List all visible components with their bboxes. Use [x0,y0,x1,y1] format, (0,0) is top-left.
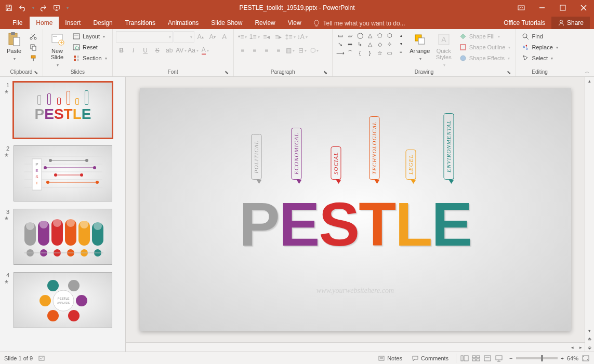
dialog-launcher[interactable]: ⬊ [323,70,328,75]
columns[interactable]: ▥ [285,45,296,56]
numbering-button[interactable]: 1≡ [249,31,260,43]
svg-rect-90 [472,359,476,361]
font-size-select[interactable] [174,31,194,43]
decrease-font[interactable]: A▾ [207,31,218,43]
increase-indent[interactable]: ≡▸ [273,31,284,43]
scroll-down[interactable]: ▾ [585,327,594,335]
tab-slideshow[interactable]: Slide Show [205,17,248,29]
bullets-button[interactable]: •≡ [237,31,248,43]
shape-fill-button[interactable]: Shape Fill [457,31,513,42]
shadow-button[interactable]: ab [164,45,175,56]
close-button[interactable] [573,0,594,16]
thumbnail-4[interactable]: 4★ PESTLEANALYSIS [0,270,125,333]
bold-button[interactable]: B [116,45,127,56]
change-case[interactable]: Aa [188,45,199,56]
increase-font[interactable]: A▴ [195,31,206,43]
tab-file[interactable]: File [7,17,30,29]
zoom-level[interactable]: 64% [567,355,578,361]
tab-design[interactable]: Design [87,17,118,29]
align-text[interactable]: ⊟ [297,45,308,56]
slide-counter[interactable]: Slide 1 of 9 [4,355,33,361]
shapes-gallery[interactable]: ▭▱◯△⬠⬡ ↘⬌↳△◇✧ ⟶⌒{}☆⬭ [336,31,394,57]
fit-to-window[interactable] [582,355,590,362]
next-slide[interactable]: ⬙ [585,343,594,352]
new-slide-button[interactable]: New Slide [46,31,68,68]
undo-dropdown[interactable] [30,2,35,14]
vertical-scrollbar[interactable]: ▴ ▾ ⬘ ⬙ [585,77,594,352]
start-slideshow-button[interactable] [51,2,62,14]
paste-button[interactable]: Paste [3,31,25,61]
thumbnail-2[interactable]: 2★ P ES T [0,143,125,207]
scroll-right[interactable]: ▸ [576,345,585,350]
normal-view[interactable] [459,354,470,363]
reset-button[interactable]: Reset [70,42,109,52]
tab-home[interactable]: Home [30,17,59,29]
spell-check-icon[interactable] [38,355,45,362]
clear-formatting[interactable]: A [219,31,230,43]
thumbnail-3[interactable]: 3★ [0,207,125,270]
reading-view[interactable] [482,354,493,363]
scroll-left[interactable]: ◂ [568,345,576,350]
quick-styles-button[interactable]: A Quick Styles [433,31,455,68]
strike-button[interactable]: S [152,45,163,56]
tell-me-search[interactable]: Tell me what you want to do... [308,18,411,29]
thumbnail-1[interactable]: 1★ PESTLE [0,80,125,143]
char-spacing[interactable]: AV [176,45,187,56]
format-painter-button[interactable] [27,53,39,63]
tab-transitions[interactable]: Transitions [119,17,162,29]
comments-button[interactable]: Comments [410,355,451,362]
font-color[interactable]: A [200,45,211,56]
align-center[interactable]: ≡ [249,45,260,56]
share-button[interactable]: Share [551,17,590,29]
notes-button[interactable]: Notes [376,355,404,362]
font-family-select[interactable] [116,31,173,43]
copy-button[interactable] [27,42,39,52]
dialog-launcher[interactable]: ⬊ [33,70,38,75]
gallery-more[interactable]: ≡ [395,48,407,56]
align-right[interactable]: ≡ [261,45,272,56]
dialog-launcher[interactable]: ⬊ [506,70,511,75]
undo-button[interactable] [17,2,28,14]
justify[interactable]: ≡ [273,45,284,56]
qat-customize[interactable] [64,2,70,14]
decrease-indent[interactable]: ≡◂ [261,31,272,43]
replace-button[interactable]: abReplace [519,42,560,52]
text-direction[interactable]: ↕A [297,31,308,43]
find-button[interactable]: Find [519,31,560,42]
align-left[interactable]: ≡ [237,45,248,56]
ribbon-display-options[interactable] [511,0,532,16]
tab-animations[interactable]: Animations [162,17,205,29]
select-button[interactable]: Select [519,53,560,63]
zoom-out[interactable]: − [509,355,512,361]
collapse-ribbon[interactable]: ︿ [583,68,592,75]
maximize-button[interactable] [552,0,573,16]
cut-button[interactable] [27,31,39,42]
section-button[interactable]: Section [70,53,109,63]
gallery-up[interactable]: ▴ [395,31,407,39]
shape-outline-button[interactable]: Shape Outline [457,42,513,52]
gallery-down[interactable]: ▾ [395,39,407,48]
tab-review[interactable]: Review [248,17,281,29]
smartart[interactable]: ⬡ [309,45,320,56]
office-tutorials[interactable]: Office Tutorials [497,17,551,29]
zoom-slider[interactable] [516,357,558,359]
layout-button[interactable]: Layout [70,31,109,42]
line-spacing[interactable]: ‡≡ [285,31,296,43]
slideshow-view[interactable] [494,354,504,363]
italic-button[interactable]: I [128,45,139,56]
slide[interactable]: PPOLITICALEECONOMICALSSOCIALTTECHNOLOGIC… [140,88,571,331]
tab-insert[interactable]: Insert [59,17,87,29]
arrange-button[interactable]: Arrange [409,31,431,61]
prev-slide[interactable]: ⬘ [585,335,594,343]
redo-button[interactable] [37,2,49,14]
sorter-view[interactable] [471,354,481,363]
view-buttons [456,354,504,363]
dialog-launcher[interactable]: ⬊ [224,70,229,75]
minimize-button[interactable] [532,0,552,16]
save-button[interactable] [3,2,15,14]
tab-view[interactable]: View [282,17,308,29]
underline-button[interactable]: U [140,45,151,56]
scroll-up[interactable]: ▴ [585,77,594,85]
shape-effects-button[interactable]: Shape Effects [457,53,513,63]
zoom-in[interactable]: + [561,355,564,361]
